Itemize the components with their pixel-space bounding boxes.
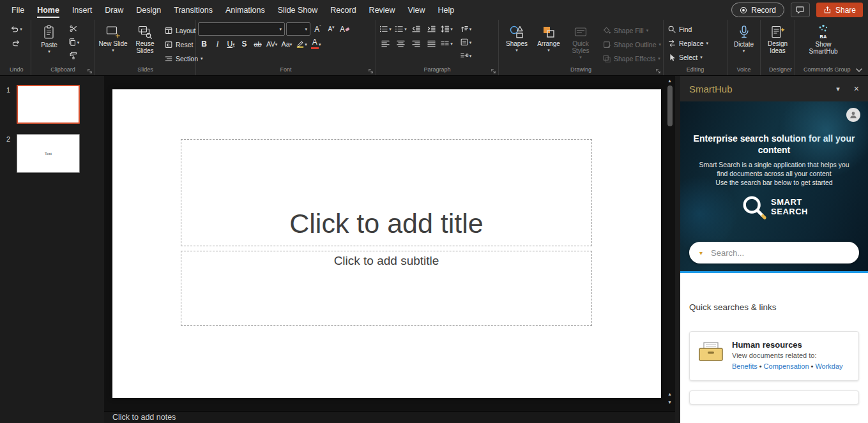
- smarthub-menu-chevron-icon[interactable]: ▾: [836, 85, 840, 93]
- arrange-dropdown-chevron[interactable]: ▾: [547, 48, 550, 52]
- reuse-slides-button[interactable]: Reuse Slides: [129, 22, 161, 54]
- font-name-dropdown-chevron[interactable]: ▾: [279, 27, 282, 31]
- search-scope-chevron-icon[interactable]: ▾: [699, 249, 703, 256]
- dictate-dropdown-chevron[interactable]: ▾: [743, 48, 745, 53]
- new-slide-button[interactable]: New Slide ▾: [97, 22, 129, 52]
- undo-button[interactable]: ▾: [9, 22, 23, 35]
- menu-tab-review[interactable]: Review: [363, 0, 402, 20]
- redo-button[interactable]: [9, 36, 23, 49]
- menu-tab-view[interactable]: View: [402, 0, 432, 20]
- font-dialog-launcher-icon[interactable]: [368, 68, 374, 74]
- menu-tab-insert[interactable]: Insert: [66, 0, 98, 20]
- shape-outline-button[interactable]: Shape Outline ▾: [600, 38, 663, 51]
- scroll-up-arrow-icon[interactable]: ▴: [668, 78, 671, 84]
- slide-2-thumbnail-frame[interactable]: Test: [17, 134, 80, 173]
- shapes-dropdown-chevron[interactable]: ▾: [515, 48, 518, 52]
- align-left-button[interactable]: [378, 37, 392, 50]
- arrange-button[interactable]: Arrange ▾: [533, 22, 565, 52]
- record-button[interactable]: Record: [731, 3, 784, 17]
- font-name-combobox[interactable]: ▾: [198, 22, 285, 36]
- next-slide-button[interactable]: ▾: [668, 399, 671, 406]
- text-direction-dropdown-chevron[interactable]: ▾: [469, 27, 472, 31]
- bold-button[interactable]: B: [198, 38, 210, 50]
- text-direction-button[interactable]: ▾: [459, 22, 473, 35]
- grow-font-button[interactable]: Aˆ: [312, 23, 324, 36]
- numbering-dropdown-chevron[interactable]: ▾: [404, 27, 407, 31]
- decrease-indent-button[interactable]: [409, 22, 423, 35]
- vertical-scrollbar[interactable]: ▴ ▴ ▾: [666, 78, 674, 406]
- paste-button[interactable]: Paste ▾: [33, 22, 65, 54]
- change-case-button[interactable]: Aa▾: [280, 38, 293, 50]
- title-placeholder[interactable]: Click to add title: [181, 139, 592, 246]
- align-right-button[interactable]: [409, 37, 423, 50]
- italic-button[interactable]: I: [211, 38, 224, 50]
- slide-1-thumbnail-frame[interactable]: [17, 85, 80, 124]
- link-benefits[interactable]: Benefits: [732, 362, 758, 370]
- paragraph-dialog-launcher-icon[interactable]: [491, 68, 496, 74]
- quick-link-card-partial[interactable]: [689, 390, 859, 404]
- slide-canvas[interactable]: Click to add title Click to add subtitle: [112, 89, 661, 398]
- dictate-button[interactable]: Dictate ▾: [728, 22, 760, 53]
- columns-button[interactable]: ▾: [439, 37, 453, 50]
- line-spacing-dropdown-chevron[interactable]: ▾: [450, 27, 453, 31]
- clipboard-dialog-launcher-icon[interactable]: [87, 68, 93, 74]
- design-ideas-button[interactable]: Design Ideas: [762, 22, 794, 54]
- text-highlight-button[interactable]: ▾: [294, 38, 308, 50]
- menu-tab-home[interactable]: Home: [31, 0, 66, 20]
- menu-tab-animations[interactable]: Animations: [219, 0, 271, 20]
- slide-thumbnail-1[interactable]: 1: [0, 85, 104, 124]
- paste-dropdown-chevron[interactable]: ▾: [48, 49, 50, 54]
- increase-indent-button[interactable]: [424, 22, 438, 35]
- underline-button[interactable]: U▾: [225, 38, 237, 50]
- format-painter-button[interactable]: [66, 49, 80, 62]
- avatar[interactable]: [846, 108, 860, 122]
- quick-styles-button[interactable]: Quick Styles ▾: [565, 22, 597, 59]
- notes-pane[interactable]: Click to add notes: [104, 411, 675, 423]
- shape-fill-button[interactable]: Shape Fill ▾: [600, 24, 663, 37]
- menu-tab-record[interactable]: Record: [324, 0, 362, 20]
- smartart-dropdown-chevron[interactable]: ▾: [469, 54, 472, 58]
- previous-slide-button[interactable]: ▴: [668, 391, 671, 397]
- subtitle-placeholder[interactable]: Click to add subtitle: [181, 251, 592, 326]
- menu-tab-slideshow[interactable]: Slide Show: [271, 0, 324, 20]
- copy-button[interactable]: ▾: [66, 36, 80, 48]
- slide-thumbnail-2[interactable]: 2 Test: [0, 134, 104, 173]
- character-spacing-button[interactable]: AV▾: [265, 38, 278, 50]
- font-size-dropdown-chevron[interactable]: ▾: [305, 27, 307, 31]
- convert-to-smartart-button[interactable]: ▾: [459, 49, 473, 62]
- drawing-dialog-launcher-icon[interactable]: [655, 68, 661, 74]
- smarthub-search-bar[interactable]: ▾: [689, 242, 859, 263]
- highlight-dropdown-chevron[interactable]: ▾: [305, 42, 307, 47]
- menu-tab-draw[interactable]: Draw: [98, 0, 130, 20]
- show-smarthub-button[interactable]: BA Show SmartHub: [807, 22, 839, 55]
- copy-dropdown-chevron[interactable]: ▾: [77, 40, 80, 45]
- align-center-button[interactable]: [393, 37, 407, 50]
- font-color-button[interactable]: A ▾: [310, 38, 323, 50]
- share-button[interactable]: Share: [816, 3, 863, 17]
- bullets-dropdown-chevron[interactable]: ▾: [389, 27, 392, 31]
- menu-tab-file[interactable]: File: [5, 0, 31, 20]
- cut-button[interactable]: [66, 22, 80, 35]
- link-compensation[interactable]: Compensation: [764, 362, 809, 370]
- quick-link-card-human-resources[interactable]: Human resources View documents related t…: [689, 331, 859, 381]
- change-case-dropdown-chevron[interactable]: ▾: [290, 42, 293, 47]
- numbering-button[interactable]: ▾: [393, 22, 407, 35]
- replace-dropdown-chevron[interactable]: ▾: [706, 41, 709, 45]
- menu-tab-design[interactable]: Design: [130, 0, 167, 20]
- font-size-combobox[interactable]: ▾: [286, 22, 310, 36]
- strikethrough-button[interactable]: ab: [252, 38, 264, 50]
- char-spacing-dropdown-chevron[interactable]: ▾: [275, 42, 278, 47]
- columns-dropdown-chevron[interactable]: ▾: [450, 41, 453, 46]
- select-button[interactable]: Select ▾: [666, 50, 704, 64]
- underline-dropdown-chevron[interactable]: ▾: [232, 42, 235, 47]
- text-shadow-button[interactable]: S: [238, 38, 250, 50]
- shrink-font-button[interactable]: A▾: [325, 23, 337, 36]
- new-slide-dropdown-chevron[interactable]: ▾: [112, 48, 114, 52]
- font-color-dropdown-chevron[interactable]: ▾: [319, 42, 321, 47]
- shape-effects-button[interactable]: Shape Effects ▾: [600, 52, 663, 65]
- shapes-button[interactable]: Shapes ▾: [501, 22, 533, 52]
- find-button[interactable]: Find: [666, 22, 694, 36]
- line-spacing-button[interactable]: ▾: [439, 22, 453, 35]
- smarthub-close-icon[interactable]: ×: [854, 84, 859, 94]
- align-text-button[interactable]: ▾: [459, 36, 473, 48]
